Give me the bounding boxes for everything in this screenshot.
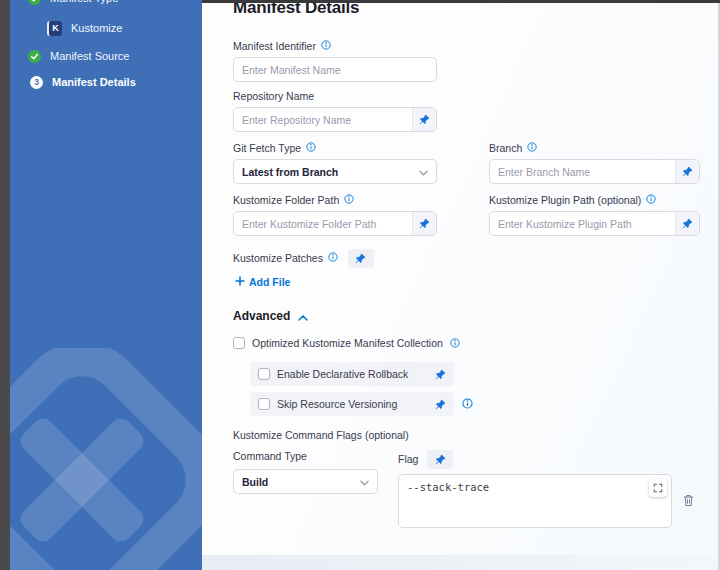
manifest-details-panel: Manifest Details Manifest Identifier Rep… [202, 0, 720, 570]
kustomize-icon: K [47, 21, 62, 36]
advanced-title: Advanced [233, 309, 290, 323]
runtime-input-pin-icon[interactable] [412, 108, 436, 131]
harness-logo-watermark [10, 348, 202, 570]
repository-name-input[interactable] [234, 108, 412, 131]
branch-field: Branch [489, 142, 700, 184]
check-circle-icon [28, 0, 41, 5]
repository-name-inputwrap [233, 107, 437, 132]
command-flags-row: Command Type Build Flag --stack-trace [233, 450, 700, 532]
git-fetch-type-label: Git Fetch Type [233, 142, 301, 155]
command-type-value: Build [242, 476, 268, 488]
step-label: Manifest Type [50, 0, 118, 5]
flag-label: Flag [398, 453, 418, 466]
repository-name-field: Repository Name [233, 90, 700, 132]
runtime-input-pin-icon[interactable] [435, 399, 446, 410]
command-type-label: Command Type [233, 450, 307, 463]
step-manifest-type[interactable]: Manifest Type [10, 0, 202, 5]
repository-name-label: Repository Name [233, 90, 314, 103]
kustomize-patches-header: Kustomize Patches [233, 249, 700, 268]
declarative-rollback-row: Enable Declarative Rollback [250, 362, 700, 386]
kustomize-manifest-wizard: Manifest Type K Kustomize Manifest Sourc… [0, 0, 720, 570]
step-manifest-details[interactable]: 3 Manifest Details [10, 75, 202, 89]
runtime-input-pin-icon[interactable] [348, 249, 374, 268]
git-fetch-type-value: Latest from Branch [242, 166, 338, 178]
info-icon[interactable] [344, 194, 354, 207]
folder-path-label: Kustomize Folder Path [233, 194, 339, 207]
info-icon[interactable] [321, 40, 331, 53]
step-label: Manifest Details [52, 76, 136, 89]
step-label: Kustomize [71, 22, 122, 35]
optimized-collection-checkbox[interactable] [233, 337, 245, 349]
plugin-path-input[interactable] [490, 212, 675, 235]
step-manifest-source[interactable]: Manifest Source [10, 49, 202, 63]
chevron-down-icon [419, 166, 428, 178]
fetch-branch-row: Git Fetch Type Latest from Branch Branch [233, 142, 700, 184]
optimized-collection-label: Optimized Kustomize Manifest Collection [252, 337, 443, 349]
info-icon[interactable] [527, 142, 537, 155]
runtime-input-pin-icon[interactable] [435, 369, 446, 380]
info-icon[interactable] [306, 142, 316, 155]
manifest-identifier-label-row: Manifest Identifier [233, 40, 700, 53]
info-icon[interactable] [646, 194, 656, 207]
runtime-input-pin-icon[interactable] [412, 212, 436, 235]
skip-versioning-checkbox[interactable] [258, 398, 270, 410]
runtime-input-pin-icon[interactable] [675, 212, 699, 235]
command-type-select[interactable]: Build [233, 469, 378, 494]
panel-footer-band [202, 555, 720, 570]
command-type-field: Command Type Build [233, 450, 378, 532]
git-fetch-type-select[interactable]: Latest from Branch [233, 159, 437, 184]
chevron-down-icon [360, 476, 369, 488]
git-fetch-type-field: Git Fetch Type Latest from Branch [233, 142, 437, 184]
repository-name-label-row: Repository Name [233, 90, 700, 103]
step-label: Manifest Source [50, 50, 129, 63]
step-kustomize[interactable]: K Kustomize [10, 21, 202, 35]
optimized-collection-row: Optimized Kustomize Manifest Collection [233, 334, 700, 352]
add-file-label: Add File [249, 276, 290, 288]
dimmed-page-top-edge [202, 0, 720, 3]
advanced-toggle[interactable]: Advanced [233, 307, 700, 325]
trash-icon[interactable] [683, 494, 694, 507]
check-circle-icon [28, 50, 41, 63]
info-icon[interactable] [462, 395, 473, 413]
branch-input[interactable] [490, 160, 675, 183]
manifest-identifier-input[interactable] [234, 58, 436, 81]
plus-icon [235, 276, 245, 288]
wizard-step-list: Manifest Type K Kustomize Manifest Sourc… [10, 0, 202, 89]
info-icon[interactable] [328, 252, 338, 265]
flag-textarea[interactable]: --stack-trace [398, 474, 672, 528]
declarative-rollback-checkbox[interactable] [258, 368, 270, 380]
manifest-identifier-label: Manifest Identifier [233, 40, 316, 53]
paths-row: Kustomize Folder Path Kustomize Plugin P… [233, 194, 700, 236]
expand-icon[interactable] [649, 479, 667, 497]
flag-field: Flag --stack-trace [398, 450, 672, 532]
plugin-path-field: Kustomize Plugin Path (optional) [489, 194, 700, 236]
info-icon[interactable] [450, 334, 460, 352]
command-flags-label: Kustomize Command Flags (optional) [233, 429, 700, 441]
folder-path-input[interactable] [234, 212, 412, 235]
skip-versioning-label: Skip Resource Versioning [277, 398, 428, 410]
manifest-identifier-inputwrap [233, 57, 437, 82]
dimmed-page-edge [0, 0, 10, 570]
kustomize-patches-label: Kustomize Patches [233, 252, 323, 265]
plugin-path-label: Kustomize Plugin Path (optional) [489, 194, 641, 207]
step-number-badge: 3 [30, 76, 43, 89]
declarative-rollback-label: Enable Declarative Rollback [277, 368, 428, 380]
add-file-button[interactable]: Add File [235, 276, 290, 288]
runtime-input-pin-icon[interactable] [427, 450, 453, 469]
runtime-input-pin-icon[interactable] [675, 160, 699, 183]
wizard-steps-sidebar: Manifest Type K Kustomize Manifest Sourc… [10, 0, 202, 570]
chevron-up-icon [298, 307, 308, 325]
branch-label: Branch [489, 142, 522, 155]
manifest-identifier-field: Manifest Identifier [233, 40, 700, 82]
skip-versioning-row: Skip Resource Versioning [250, 392, 700, 416]
folder-path-field: Kustomize Folder Path [233, 194, 437, 236]
